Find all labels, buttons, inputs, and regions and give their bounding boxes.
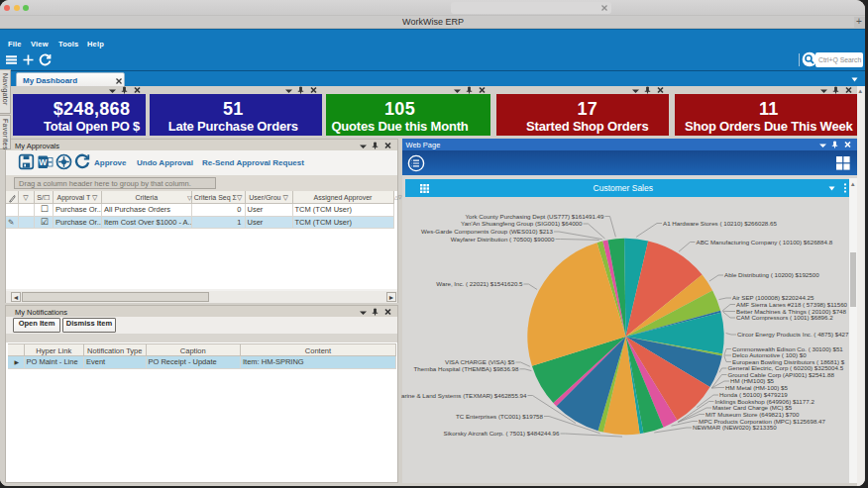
- svg-text:A1 Hardware Stores ( 10210) $2: A1 Hardware Stores ( 10210) $266028.65: [663, 220, 777, 227]
- svg-text:CAM Compressors ( 1001) $6896.: CAM Compressors ( 1001) $6896.2: [736, 314, 833, 321]
- svg-text:Marine & Land Systems (TEXMAR): Marine & Land Systems (TEXMAR) $462855.9…: [401, 392, 527, 399]
- svg-text:Yan'An Shuangfeng Group (SIG00: Yan'An Shuangfeng Group (SIG001) $64000: [461, 220, 583, 227]
- svg-text:Wayfarer Distribution ( 70500): Wayfarer Distribution ( 70500) $90000: [451, 236, 555, 243]
- svg-text:Sikorsky Aircraft Corp. ( 7501: Sikorsky Aircraft Corp. ( 7501) $484244.…: [444, 430, 560, 437]
- svg-text:Wes-Garde Components Group (WE: Wes-Garde Components Group (WES010) $213: [421, 228, 554, 235]
- svg-text:Ware, Inc. ( 22021) $1541620.5: Ware, Inc. ( 22021) $1541620.5: [436, 280, 523, 287]
- svg-text:York County Purchasing Dept (U: York County Purchasing Dept (US777) $161…: [465, 213, 604, 220]
- svg-text:Able Distributing ( 10200) $19: Able Distributing ( 10200) $192500: [724, 271, 819, 278]
- svg-text:NEWMAR (NEW020) $213350: NEWMAR (NEW020) $213350: [693, 424, 777, 431]
- svg-text:TC Enterprises (TC001) $19758: TC Enterprises (TC001) $19758: [456, 413, 544, 420]
- svg-text:W: W: [39, 156, 48, 166]
- svg-text:HM Metal (HM-100) $5: HM Metal (HM-100) $5: [725, 384, 788, 391]
- svg-text:Circor Energy Products Inc. (: Circor Energy Products Inc. ( 4875) $427: [737, 331, 849, 338]
- svg-text:AMF Sierra Lanes #218 ( 57398): AMF Sierra Lanes #218 ( 57398) $11560: [736, 301, 848, 308]
- svg-text:Themba Hospital (THEMBA) $9836: Themba Hospital (THEMBA) $9836.98: [414, 365, 519, 372]
- svg-text:ABC Manufacturing Company ( 10: ABC Manufacturing Company ( 10100) $6268…: [697, 239, 833, 245]
- svg-text:MIT Museum Store (649821) $700: MIT Museum Store (649821) $700: [705, 411, 800, 418]
